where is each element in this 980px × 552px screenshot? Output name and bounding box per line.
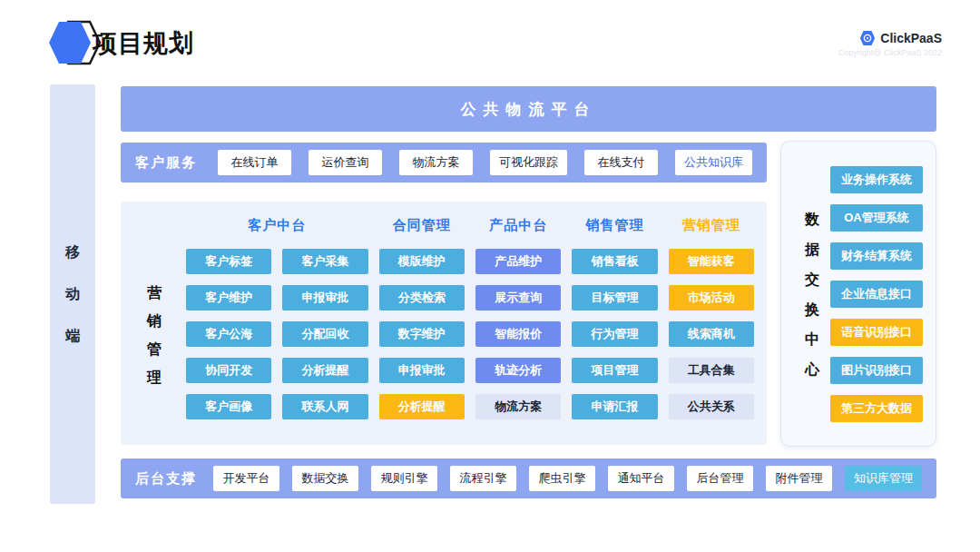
- grid-header-marketing: 营销管理: [669, 211, 754, 240]
- grid-cell[interactable]: 申请汇报: [572, 394, 657, 419]
- platform-banner: 公共物流平台: [121, 86, 936, 132]
- service-button[interactable]: 运价查询: [309, 150, 382, 175]
- grid-side-label: 营销管理: [146, 279, 162, 391]
- grid-cell[interactable]: 产品维护: [475, 249, 561, 274]
- backend-button[interactable]: 流程引擎: [450, 466, 516, 491]
- grid-cell[interactable]: 客户采集: [282, 249, 368, 274]
- backend-button[interactable]: 后台管理: [687, 466, 753, 491]
- grid-cell[interactable]: 分类检索: [379, 285, 465, 310]
- grid-cell[interactable]: 客户公海: [186, 321, 271, 347]
- data-exchange-item[interactable]: OA管理系统: [830, 204, 923, 232]
- backend-support-label: 后台支撑: [135, 470, 197, 488]
- grid-side-label-wrap: 营销管理: [133, 249, 175, 421]
- grid-cell[interactable]: 申报审批: [379, 358, 465, 383]
- service-button-knowledge-base[interactable]: 公共知识库: [675, 150, 752, 175]
- brand-copyright: Copyright@ ClickPaaS 2022: [838, 48, 942, 57]
- backend-button[interactable]: 附件管理: [766, 466, 832, 491]
- backend-button[interactable]: 爬虫引擎: [529, 466, 595, 491]
- data-exchange-side-label: 数据交换中心: [804, 204, 820, 384]
- grid-cell[interactable]: 轨迹分析: [475, 358, 561, 383]
- service-button[interactable]: 在线支付: [584, 150, 658, 175]
- grid-spacer: [133, 211, 175, 240]
- customer-service-label: 客户服务: [135, 154, 197, 172]
- mobile-side-bar: 移动端: [50, 84, 95, 504]
- grid-cell[interactable]: 分析提醒: [282, 358, 368, 383]
- data-exchange-item[interactable]: 财务结算系统: [830, 242, 923, 270]
- data-exchange-item[interactable]: 企业信息接口: [830, 281, 923, 308]
- grid-cell[interactable]: 市场活动: [669, 285, 754, 310]
- grid-cell[interactable]: 项目管理: [572, 358, 657, 383]
- grid-cell[interactable]: 销售看板: [572, 249, 657, 274]
- grid-cell[interactable]: 公共关系: [669, 394, 754, 419]
- page: 项目规划 ClickPaaS Copyright@ ClickPaaS 2022…: [0, 0, 980, 552]
- backend-button[interactable]: 数据交换: [292, 466, 358, 491]
- data-exchange-items: 业务操作系统 OA管理系统 财务结算系统 企业信息接口 语音识别接口 图片识别接…: [830, 166, 923, 422]
- brand-name: ClickPaaS: [880, 31, 942, 45]
- grid-cell[interactable]: 目标管理: [572, 285, 657, 310]
- grid-header-product: 产品中台: [475, 211, 561, 240]
- service-button[interactable]: 物流方案: [399, 150, 473, 175]
- data-exchange-panel: 数据交换中心 业务操作系统 OA管理系统 财务结算系统 企业信息接口 语音识别接…: [780, 141, 936, 447]
- clickpaas-logo-icon: [859, 30, 876, 46]
- grid-cell[interactable]: 展示查询: [475, 285, 561, 310]
- grid-cell[interactable]: 物流方案: [475, 394, 561, 419]
- data-exchange-item[interactable]: 业务操作系统: [830, 166, 923, 193]
- grid-header-sales: 销售管理: [572, 211, 657, 240]
- marketing-grid: 客户中台 合同管理 产品中台 销售管理 营销管理 营销管理 客户标签 客户采集 …: [121, 202, 767, 445]
- data-exchange-item[interactable]: 语音识别接口: [830, 319, 923, 346]
- grid-cell[interactable]: 模版维护: [379, 249, 465, 274]
- grid-cell[interactable]: 分析提醒: [379, 394, 465, 419]
- grid-cell[interactable]: 分配回收: [282, 321, 368, 347]
- grid-cell[interactable]: 线索商机: [669, 321, 754, 347]
- grid-cell[interactable]: 协同开发: [186, 358, 271, 383]
- backend-button-knowledge-base[interactable]: 知识库管理: [845, 466, 922, 491]
- data-exchange-item[interactable]: 第三方大数据: [830, 395, 923, 422]
- service-button[interactable]: 可视化跟踪: [490, 150, 567, 175]
- grid-cell[interactable]: 智能报价: [475, 321, 561, 347]
- grid-header-customer: 客户中台: [186, 211, 368, 240]
- grid-cell[interactable]: 客户维护: [186, 285, 271, 310]
- grid-header-contract: 合同管理: [379, 211, 465, 240]
- grid-cell[interactable]: 数字维护: [379, 321, 465, 347]
- backend-support-row: 后台支撑 开发平台 数据交换 规则引擎 流程引擎 爬虫引擎 通知平台 后台管理 …: [121, 458, 936, 498]
- data-exchange-side-label-wrap: 数据交换中心: [794, 204, 830, 384]
- backend-button[interactable]: 规则引擎: [371, 466, 437, 491]
- customer-service-row: 客户服务 在线订单 运价查询 物流方案 可视化跟踪 在线支付 公共知识库: [121, 143, 767, 182]
- grid-cell[interactable]: 行为管理: [572, 321, 657, 347]
- data-exchange-item[interactable]: 图片识别接口: [830, 357, 923, 384]
- service-button[interactable]: 在线订单: [218, 150, 291, 175]
- grid-cell[interactable]: 智能获客: [669, 249, 754, 274]
- grid-cell[interactable]: 联系人网: [282, 394, 368, 419]
- grid-cell[interactable]: 申报审批: [282, 285, 368, 310]
- grid-cell[interactable]: 客户标签: [186, 249, 271, 274]
- backend-button[interactable]: 通知平台: [608, 466, 674, 491]
- grid-cell[interactable]: 工具合集: [669, 358, 754, 383]
- brand-block: ClickPaaS Copyright@ ClickPaaS 2022: [838, 30, 942, 57]
- mobile-side-label: 移动端: [64, 232, 81, 357]
- grid-cell[interactable]: 客户画像: [186, 394, 271, 419]
- backend-button[interactable]: 开发平台: [213, 466, 279, 491]
- page-title: 项目规划: [93, 27, 194, 60]
